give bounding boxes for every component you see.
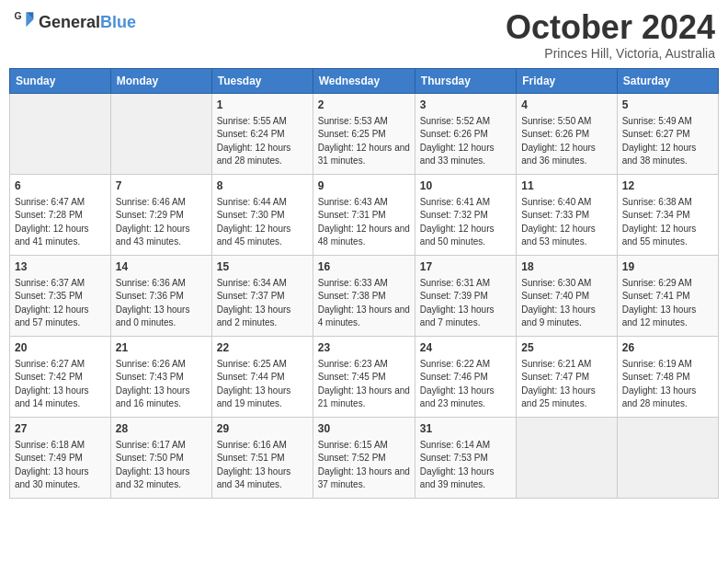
day-info: Sunrise: 5:55 AM Sunset: 6:24 PM Dayligh… bbox=[217, 115, 308, 168]
day-info: Sunrise: 6:19 AM Sunset: 7:48 PM Dayligh… bbox=[622, 358, 713, 411]
calendar-week-5: 27Sunrise: 6:18 AM Sunset: 7:49 PM Dayli… bbox=[10, 417, 719, 498]
calendar-cell: 21Sunrise: 6:26 AM Sunset: 7:43 PM Dayli… bbox=[110, 336, 211, 417]
calendar-cell bbox=[517, 417, 617, 498]
calendar-cell: 20Sunrise: 6:27 AM Sunset: 7:42 PM Dayli… bbox=[10, 336, 111, 417]
calendar-cell: 28Sunrise: 6:17 AM Sunset: 7:50 PM Dayli… bbox=[110, 417, 211, 498]
calendar-cell: 27Sunrise: 6:18 AM Sunset: 7:49 PM Dayli… bbox=[10, 417, 111, 498]
day-number: 19 bbox=[622, 259, 713, 275]
day-header-wednesday: Wednesday bbox=[313, 68, 415, 93]
day-info: Sunrise: 6:23 AM Sunset: 7:45 PM Dayligh… bbox=[318, 358, 410, 411]
day-number: 29 bbox=[217, 421, 308, 437]
calendar-cell: 13Sunrise: 6:37 AM Sunset: 7:35 PM Dayli… bbox=[10, 255, 111, 336]
calendar-cell: 4Sunrise: 5:50 AM Sunset: 6:26 PM Daylig… bbox=[517, 93, 617, 174]
calendar-cell: 24Sunrise: 6:22 AM Sunset: 7:46 PM Dayli… bbox=[415, 336, 516, 417]
day-number: 5 bbox=[622, 98, 713, 113]
calendar-cell: 26Sunrise: 6:19 AM Sunset: 7:48 PM Dayli… bbox=[617, 336, 718, 417]
calendar-cell: 7Sunrise: 6:46 AM Sunset: 7:29 PM Daylig… bbox=[110, 174, 211, 255]
day-info: Sunrise: 6:16 AM Sunset: 7:51 PM Dayligh… bbox=[217, 439, 308, 492]
day-number: 13 bbox=[15, 259, 106, 275]
day-number: 12 bbox=[622, 178, 713, 194]
logo-icon: G bbox=[13, 9, 35, 35]
day-number: 25 bbox=[521, 340, 611, 356]
day-info: Sunrise: 5:49 AM Sunset: 6:27 PM Dayligh… bbox=[622, 115, 713, 168]
calendar-cell: 10Sunrise: 6:41 AM Sunset: 7:32 PM Dayli… bbox=[415, 174, 516, 255]
day-info: Sunrise: 6:44 AM Sunset: 7:30 PM Dayligh… bbox=[217, 196, 308, 249]
day-info: Sunrise: 6:17 AM Sunset: 7:50 PM Dayligh… bbox=[116, 439, 207, 492]
day-info: Sunrise: 6:22 AM Sunset: 7:46 PM Dayligh… bbox=[420, 358, 511, 411]
calendar-cell: 2Sunrise: 5:53 AM Sunset: 6:25 PM Daylig… bbox=[313, 93, 415, 174]
calendar-cell: 1Sunrise: 5:55 AM Sunset: 6:24 PM Daylig… bbox=[211, 93, 313, 174]
day-number: 17 bbox=[420, 259, 511, 275]
day-number: 7 bbox=[116, 178, 207, 194]
day-number: 1 bbox=[217, 98, 308, 113]
day-info: Sunrise: 6:33 AM Sunset: 7:38 PM Dayligh… bbox=[318, 277, 410, 330]
calendar-cell: 11Sunrise: 6:40 AM Sunset: 7:33 PM Dayli… bbox=[517, 174, 617, 255]
title-block: October 2024 Princes Hill, Victoria, Aus… bbox=[506, 9, 715, 61]
day-number: 27 bbox=[15, 421, 106, 437]
calendar-cell: 6Sunrise: 6:47 AM Sunset: 7:28 PM Daylig… bbox=[10, 174, 111, 255]
logo: G GeneralBlue bbox=[13, 9, 136, 35]
day-info: Sunrise: 6:36 AM Sunset: 7:36 PM Dayligh… bbox=[116, 277, 207, 330]
day-header-friday: Friday bbox=[517, 68, 617, 93]
logo-text-general: General bbox=[39, 13, 100, 31]
day-header-monday: Monday bbox=[110, 68, 211, 93]
day-info: Sunrise: 6:30 AM Sunset: 7:40 PM Dayligh… bbox=[521, 277, 611, 330]
day-info: Sunrise: 6:38 AM Sunset: 7:34 PM Dayligh… bbox=[622, 196, 713, 249]
day-info: Sunrise: 5:53 AM Sunset: 6:25 PM Dayligh… bbox=[318, 115, 410, 168]
day-number: 15 bbox=[217, 259, 308, 275]
day-info: Sunrise: 6:47 AM Sunset: 7:28 PM Dayligh… bbox=[15, 196, 106, 249]
calendar-cell: 5Sunrise: 5:49 AM Sunset: 6:27 PM Daylig… bbox=[617, 93, 718, 174]
calendar-cell: 31Sunrise: 6:14 AM Sunset: 7:53 PM Dayli… bbox=[415, 417, 516, 498]
calendar-cell: 22Sunrise: 6:25 AM Sunset: 7:44 PM Dayli… bbox=[211, 336, 313, 417]
calendar-cell bbox=[110, 93, 211, 174]
day-info: Sunrise: 6:26 AM Sunset: 7:43 PM Dayligh… bbox=[116, 358, 207, 411]
calendar-cell: 29Sunrise: 6:16 AM Sunset: 7:51 PM Dayli… bbox=[211, 417, 313, 498]
calendar-cell: 8Sunrise: 6:44 AM Sunset: 7:30 PM Daylig… bbox=[211, 174, 313, 255]
day-number: 23 bbox=[318, 340, 410, 356]
calendar-cell: 19Sunrise: 6:29 AM Sunset: 7:41 PM Dayli… bbox=[617, 255, 718, 336]
location: Princes Hill, Victoria, Australia bbox=[506, 46, 715, 61]
day-number: 4 bbox=[521, 98, 611, 113]
day-info: Sunrise: 6:43 AM Sunset: 7:31 PM Dayligh… bbox=[318, 196, 410, 249]
calendar-header-row: SundayMondayTuesdayWednesdayThursdayFrid… bbox=[10, 68, 719, 93]
day-info: Sunrise: 6:21 AM Sunset: 7:47 PM Dayligh… bbox=[521, 358, 611, 411]
day-header-tuesday: Tuesday bbox=[211, 68, 313, 93]
day-info: Sunrise: 6:37 AM Sunset: 7:35 PM Dayligh… bbox=[15, 277, 106, 330]
day-number: 22 bbox=[217, 340, 308, 356]
calendar-cell bbox=[617, 417, 718, 498]
day-number: 30 bbox=[318, 421, 410, 437]
day-info: Sunrise: 6:31 AM Sunset: 7:39 PM Dayligh… bbox=[420, 277, 511, 330]
day-number: 9 bbox=[318, 178, 410, 194]
day-info: Sunrise: 6:40 AM Sunset: 7:33 PM Dayligh… bbox=[521, 196, 611, 249]
calendar-cell: 25Sunrise: 6:21 AM Sunset: 7:47 PM Dayli… bbox=[517, 336, 617, 417]
calendar-cell: 14Sunrise: 6:36 AM Sunset: 7:36 PM Dayli… bbox=[110, 255, 211, 336]
calendar-table: SundayMondayTuesdayWednesdayThursdayFrid… bbox=[9, 68, 719, 499]
day-number: 20 bbox=[15, 340, 106, 356]
calendar-cell: 15Sunrise: 6:34 AM Sunset: 7:37 PM Dayli… bbox=[211, 255, 313, 336]
page-header: G GeneralBlue October 2024 Princes Hill,… bbox=[9, 9, 719, 61]
svg-text:G: G bbox=[15, 11, 22, 21]
day-number: 24 bbox=[420, 340, 511, 356]
calendar-cell: 3Sunrise: 5:52 AM Sunset: 6:26 PM Daylig… bbox=[415, 93, 516, 174]
calendar-cell: 23Sunrise: 6:23 AM Sunset: 7:45 PM Dayli… bbox=[313, 336, 415, 417]
calendar-cell: 12Sunrise: 6:38 AM Sunset: 7:34 PM Dayli… bbox=[617, 174, 718, 255]
day-number: 2 bbox=[318, 98, 410, 113]
day-header-thursday: Thursday bbox=[415, 68, 516, 93]
day-number: 3 bbox=[420, 98, 511, 113]
day-info: Sunrise: 6:15 AM Sunset: 7:52 PM Dayligh… bbox=[318, 439, 410, 492]
day-info: Sunrise: 6:18 AM Sunset: 7:49 PM Dayligh… bbox=[15, 439, 106, 492]
calendar-week-3: 13Sunrise: 6:37 AM Sunset: 7:35 PM Dayli… bbox=[10, 255, 719, 336]
calendar-cell bbox=[10, 93, 111, 174]
day-info: Sunrise: 6:25 AM Sunset: 7:44 PM Dayligh… bbox=[217, 358, 308, 411]
calendar-cell: 17Sunrise: 6:31 AM Sunset: 7:39 PM Dayli… bbox=[415, 255, 516, 336]
day-number: 14 bbox=[116, 259, 207, 275]
day-number: 8 bbox=[217, 178, 308, 194]
calendar-cell: 18Sunrise: 6:30 AM Sunset: 7:40 PM Dayli… bbox=[517, 255, 617, 336]
day-number: 11 bbox=[521, 178, 611, 194]
calendar-week-2: 6Sunrise: 6:47 AM Sunset: 7:28 PM Daylig… bbox=[10, 174, 719, 255]
day-number: 21 bbox=[116, 340, 207, 356]
calendar-week-1: 1Sunrise: 5:55 AM Sunset: 6:24 PM Daylig… bbox=[10, 93, 719, 174]
calendar-cell: 16Sunrise: 6:33 AM Sunset: 7:38 PM Dayli… bbox=[313, 255, 415, 336]
month-title: October 2024 bbox=[506, 9, 715, 46]
day-number: 28 bbox=[116, 421, 207, 437]
